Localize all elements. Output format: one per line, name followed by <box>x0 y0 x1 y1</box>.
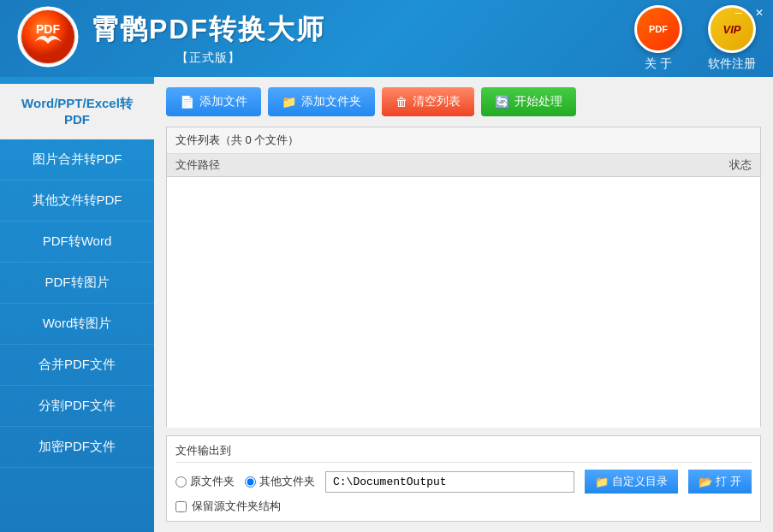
add-folder-icon: 📁 <box>282 95 296 109</box>
open-icon: 📂 <box>699 476 712 488</box>
add-folder-button[interactable]: 📁 添加文件夹 <box>268 87 375 116</box>
toolbar: 📄 添加文件 📁 添加文件夹 🗑 清空列表 🔄 开始处理 <box>166 87 761 116</box>
content-area: 📄 添加文件 📁 添加文件夹 🗑 清空列表 🔄 开始处理 文件列表（共 0 个文… <box>154 77 773 532</box>
keep-structure-row: 保留源文件夹结构 <box>175 499 752 514</box>
app-title: 霄鹘PDF转换大师 <box>91 11 325 49</box>
output-section: 文件输出到 原文件夹 其他文件夹 📁 自定义目录 📂 打 开 <box>166 435 761 522</box>
sidebar-item-word-ppt-excel[interactable]: Word/PPT/Excel转PDF <box>0 84 154 139</box>
sidebar-item-pdf-to-image[interactable]: PDF转图片 <box>0 263 154 304</box>
sidebar-item-encrypt-pdf[interactable]: 加密PDF文件 <box>0 427 154 468</box>
other-folder-radio[interactable]: 其他文件夹 <box>245 474 315 489</box>
sidebar: Word/PPT/Excel转PDF 图片合并转PDF 其他文件转PDF PDF… <box>0 77 154 532</box>
app-logo: PDF <box>17 6 79 68</box>
file-list-header: 文件列表（共 0 个文件） <box>167 127 760 154</box>
app-subtitle: 【正式版】 <box>176 50 241 66</box>
about-icon: PDF <box>634 5 682 53</box>
keep-structure-checkbox[interactable] <box>175 501 187 512</box>
folder-icon: 📁 <box>595 476 609 488</box>
original-folder-radio[interactable]: 原文件夹 <box>175 474 235 489</box>
file-list-body[interactable] <box>167 177 760 428</box>
sidebar-item-word-to-image[interactable]: Word转图片 <box>0 304 154 345</box>
file-list-columns: 文件路径 状态 <box>167 154 760 177</box>
start-process-button[interactable]: 🔄 开始处理 <box>481 87 576 116</box>
output-title: 文件输出到 <box>175 443 752 463</box>
svg-point-1 <box>21 10 74 63</box>
sidebar-item-merge-pdf[interactable]: 合并PDF文件 <box>0 345 154 386</box>
minimize-button[interactable]: ─ <box>732 7 746 19</box>
output-row: 原文件夹 其他文件夹 📁 自定义目录 📂 打 开 <box>175 470 752 494</box>
window-controls: ─ ✕ <box>732 7 766 19</box>
sidebar-item-split-pdf[interactable]: 分割PDF文件 <box>0 386 154 427</box>
close-button[interactable]: ✕ <box>752 7 766 19</box>
file-list-panel: 文件列表（共 0 个文件） 文件路径 状态 <box>166 127 761 427</box>
add-file-icon: 📄 <box>180 95 194 109</box>
about-button[interactable]: PDF 关 于 <box>634 5 682 72</box>
sidebar-item-image-merge[interactable]: 图片合并转PDF <box>0 139 154 180</box>
main-container: Word/PPT/Excel转PDF 图片合并转PDF 其他文件转PDF PDF… <box>0 77 773 532</box>
custom-dir-button[interactable]: 📁 自定义目录 <box>585 470 678 494</box>
clear-list-button[interactable]: 🗑 清空列表 <box>382 87 474 116</box>
app-title-group: 霄鹘PDF转换大师 【正式版】 <box>91 11 325 66</box>
process-icon: 🔄 <box>495 95 509 109</box>
sidebar-item-pdf-to-word[interactable]: PDF转Word <box>0 222 154 263</box>
sidebar-item-other-files[interactable]: 其他文件转PDF <box>0 180 154 222</box>
titlebar: PDF 霄鹘PDF转换大师 【正式版】 PDF 关 于 VIP 软件注册 ─ ✕ <box>0 0 773 77</box>
output-path-input[interactable] <box>325 471 574 493</box>
open-folder-button[interactable]: 📂 打 开 <box>688 470 752 494</box>
add-file-button[interactable]: 📄 添加文件 <box>166 87 261 116</box>
clear-icon: 🗑 <box>395 95 407 109</box>
svg-text:PDF: PDF <box>36 22 60 36</box>
